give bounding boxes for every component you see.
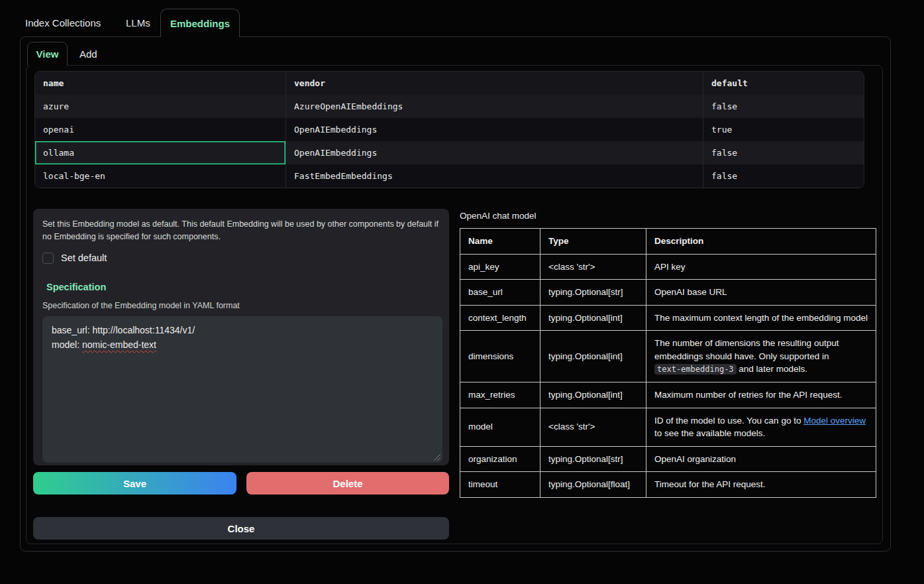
tab-llms[interactable]: LLMs [126,9,150,37]
param-row-dimensions: dimensionstyping.Optional[int]The number… [460,331,876,382]
cell-vendor[interactable]: OpenAIEmbeddings [285,141,703,164]
cell-default[interactable]: false [703,164,864,188]
column-header-param-type: Type [540,229,646,255]
delete-button[interactable]: Delete [246,472,449,495]
param-description: Maximum number of retries for the API re… [646,382,876,408]
embeddings-row-azure[interactable]: azureAzureOpenAIEmbeddingsfalse [35,95,864,118]
embeddings-panel: View Add name vendor default azureAzureO… [20,36,891,552]
embeddings-table-header: name vendor default [35,72,864,95]
embeddings-row-local-bge-en[interactable]: local-bge-enFastEmbedEmbeddingsfalse [35,164,864,188]
cell-name[interactable]: azure [35,95,285,118]
param-description: OpenAI base URL [646,280,876,306]
param-name: base_url [460,280,540,306]
set-default-checkbox[interactable] [42,253,54,264]
tab-embeddings[interactable]: Embeddings [160,9,240,37]
param-name: api_key [460,254,540,280]
close-button[interactable]: Close [33,517,449,540]
settings-panel: Set this Embedding model as default. Thi… [33,209,449,465]
model-overview-link[interactable]: Model overview [803,416,866,426]
model-info-table: Name Type Description api_key<class 'str… [460,228,876,498]
yaml-line-1: base_url: http://localhost:11434/v1/ [52,323,433,337]
cell-name[interactable]: local-bge-en [35,164,285,188]
model-info-body: api_key<class 'str'>API keybase_urltypin… [460,254,876,497]
param-name: model [460,408,540,446]
cell-name[interactable]: openai [35,118,285,141]
param-type: typing.Optional[str] [540,280,646,306]
embeddings-table: name vendor default azureAzureOpenAIEmbe… [34,71,864,188]
default-description: Set this Embedding model as default. Thi… [42,218,441,244]
param-row-base_url: base_urltyping.Optional[str]OpenAI base … [460,280,876,306]
specification-title: Specification [46,282,440,292]
specification-help: Specification of the Embedding model in … [42,301,440,310]
resize-handle-icon[interactable] [434,454,440,461]
param-name: context_length [460,305,540,331]
model-info-title: OpenAI chat model [460,211,537,221]
param-description: OpenAI organization [646,446,876,472]
param-row-max_retries: max_retriestyping.Optional[int]Maximum n… [460,382,876,408]
param-description: Timeout for the API request. [646,472,876,498]
cell-vendor[interactable]: FastEmbedEmbeddings [285,164,703,188]
column-header-vendor: vendor [285,72,703,95]
yaml-line-2: model: nomic-embed-text [52,337,433,352]
model-info-header-row: Name Type Description [460,229,876,255]
param-name: dimensions [460,331,540,382]
param-description: The maximum context length of the embedd… [646,305,876,331]
tab-index-collections[interactable]: Index Collections [25,9,101,37]
cell-default[interactable]: false [703,141,864,164]
view-panel: name vendor default azureAzureOpenAIEmbe… [26,65,883,544]
param-type: typing.Optional[int] [540,382,646,408]
column-header-param-name: Name [460,229,540,255]
param-description: The number of dimensions the resulting o… [646,331,876,382]
set-default-label: Set default [61,253,107,263]
param-row-organization: organizationtyping.Optional[str]OpenAI o… [460,446,876,472]
misspelled-word: nomic-embed-text [82,339,156,350]
param-row-model: model<class 'str'>ID of the model to use… [460,408,876,446]
cell-vendor[interactable]: AzureOpenAIEmbeddings [285,95,703,118]
param-row-context_length: context_lengthtyping.Optional[int]The ma… [460,305,876,331]
param-name: timeout [460,472,540,498]
column-header-param-desc: Description [646,229,876,255]
param-type: <class 'str'> [540,254,646,280]
inline-code: text-embedding-3 [654,364,737,375]
embeddings-row-ollama[interactable]: ollamaOpenAIEmbeddingsfalse [35,141,864,164]
app-window: Index Collections LLMs Embeddings View A… [0,0,924,584]
param-type: typing.Optional[int] [540,305,646,331]
tab-add[interactable]: Add [79,42,97,66]
param-row-timeout: timeouttyping.Optional[float]Timeout for… [460,472,876,498]
cell-name[interactable]: ollama [35,141,285,164]
param-name: organization [460,446,540,472]
cell-default[interactable]: true [703,118,864,141]
cell-default[interactable]: false [703,95,864,118]
param-type: typing.Optional[int] [540,331,646,382]
param-type: <class 'str'> [540,408,646,446]
main-tab-bar: Index Collections LLMs Embeddings [0,0,924,37]
param-type: typing.Optional[str] [540,446,646,472]
embeddings-table-body: azureAzureOpenAIEmbeddingsfalseopenaiOpe… [35,95,864,188]
tab-view[interactable]: View [27,42,68,66]
set-default-row: Set default [42,253,440,264]
param-name: max_retries [460,382,540,408]
column-header-default: default [703,72,864,95]
save-button[interactable]: Save [33,472,236,495]
param-row-api_key: api_key<class 'str'>API key [460,254,876,280]
cell-vendor[interactable]: OpenAIEmbeddings [285,118,703,141]
embeddings-row-openai[interactable]: openaiOpenAIEmbeddingstrue [35,118,864,141]
param-description: ID of the model to use. You can go to Mo… [646,408,876,446]
column-header-name: name [35,72,285,95]
param-type: typing.Optional[float] [540,472,646,498]
param-description: API key [646,254,876,280]
yaml-editor[interactable]: base_url: http://localhost:11434/v1/ mod… [42,316,442,463]
